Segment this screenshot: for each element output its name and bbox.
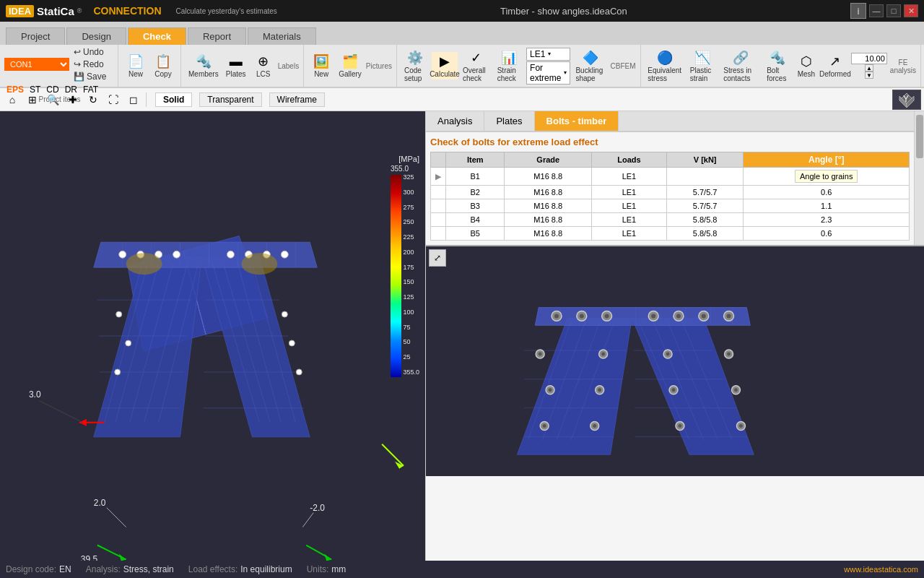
svg-marker-71 xyxy=(535,307,750,325)
cube-button[interactable]: ◻ xyxy=(124,90,143,109)
home-view-button[interactable]: ⌂ xyxy=(3,90,22,109)
le1-extreme-select[interactable]: For extreme ▾ xyxy=(526,61,570,85)
undo-button[interactable]: ↩ Undo xyxy=(71,46,109,58)
save-button[interactable]: 💾 Save xyxy=(71,71,109,82)
table-row: ▶ B1 M16 8.8 LE1 Angle to grains xyxy=(431,168,910,186)
extreme-dropdown-arrow: ▾ xyxy=(564,69,567,76)
expand-b1[interactable]: ▶ xyxy=(431,168,446,186)
members-button[interactable]: 🔩 Members xyxy=(186,52,222,79)
members-icon: 🔩 xyxy=(196,53,212,69)
undo-icon: ↩ xyxy=(74,47,81,57)
plastic-strain-button[interactable]: 📉 Plastic strain xyxy=(687,48,718,84)
mesh-icon: ⬡ xyxy=(801,53,812,69)
tab-materials[interactable]: Materials xyxy=(248,27,316,45)
strain-check-button[interactable]: 📊 Strain check xyxy=(494,48,524,84)
scrollbar-thumb[interactable] xyxy=(916,115,923,158)
bolts-title: Check of bolts for extreme load effect xyxy=(430,137,910,147)
website-link[interactable]: www.ideastatica.com xyxy=(844,565,918,574)
svg-point-53 xyxy=(289,340,295,346)
table-row: B5 M16 8.8 LE1 5.8/5.8 0.6 xyxy=(431,227,910,241)
logo-reg: ® xyxy=(77,7,82,14)
tab-design[interactable]: Design xyxy=(66,27,126,45)
fit-button[interactable]: ⛶ xyxy=(104,90,123,109)
code-setup-button[interactable]: ⚙️ Code setup xyxy=(401,48,430,84)
deformed-icon: ↗ xyxy=(829,53,840,69)
pan-button[interactable]: ✚ xyxy=(64,90,82,109)
b1-grade: M16 8.8 xyxy=(505,168,592,186)
3d-cube-widget[interactable]: Y xyxy=(892,90,921,110)
wireframe-mode-button[interactable]: Wireframe xyxy=(269,92,325,107)
plates-button[interactable]: ▬ Plates xyxy=(223,53,249,79)
b3-angle: 1.1 xyxy=(744,199,910,213)
table-scrollbar[interactable] xyxy=(914,111,924,245)
zoom-extents-button[interactable]: ⊞ xyxy=(23,90,42,109)
gallery-button[interactable]: 🗂️ Gallery xyxy=(336,52,365,79)
copy-button[interactable]: 📋 Copy xyxy=(150,52,176,79)
rotate-button[interactable]: ↻ xyxy=(84,90,103,109)
view-toolbar: ⌂ ⊞ 🔍 ✚ ↻ ⛶ ◻ Solid Transparent Wirefram… xyxy=(0,88,924,111)
transparent-mode-button[interactable]: Transparent xyxy=(199,92,261,107)
calculate-button[interactable]: ▶ Calculate xyxy=(432,52,458,79)
b3-grade: M16 8.8 xyxy=(505,199,592,213)
svg-point-54 xyxy=(296,369,302,375)
redo-button[interactable]: ↪ Redo xyxy=(71,59,109,70)
svg-point-56 xyxy=(241,253,277,275)
overall-check-button[interactable]: ✓ Overall check xyxy=(460,48,492,84)
grade-header: Grade xyxy=(505,152,592,168)
dim-395-left-label: 39.5 xyxy=(81,554,98,561)
stress-contacts-icon: 🔗 xyxy=(733,50,749,66)
svg-point-50 xyxy=(126,340,131,346)
b4-loads: LE1 xyxy=(592,213,667,227)
main-content: ✓ Analysis 100.0% ✓ Plates 0.0 < 5.0% Bu… xyxy=(0,111,924,561)
strain-check-icon: 📊 xyxy=(501,50,517,66)
mesh-button[interactable]: ⬡ Mesh xyxy=(793,52,819,79)
tab-report[interactable]: Report xyxy=(188,27,246,45)
minimize-button[interactable]: — xyxy=(869,4,884,17)
zoom-button[interactable]: 🔍 xyxy=(43,90,62,109)
design-code-item: Design code: EN xyxy=(6,564,71,574)
fe-value-down[interactable]: ▼ xyxy=(865,72,873,79)
stress-contacts-button[interactable]: 🔗 Stress in contacts xyxy=(720,48,761,84)
close-button[interactable]: ✕ xyxy=(904,4,918,17)
equivalent-stress-button[interactable]: 🔵 Equivalent stress xyxy=(645,48,684,84)
fe-value-up[interactable]: ▲ xyxy=(865,64,873,72)
units-item: Units: mm xyxy=(307,564,346,574)
tab-project[interactable]: Project xyxy=(6,27,65,45)
svg-point-103 xyxy=(651,314,655,318)
le1-select[interactable]: LE1 ▾ xyxy=(526,48,570,61)
svg-text:Y: Y xyxy=(903,94,909,104)
buckling-shape-button[interactable]: 🔷 Buckling shape xyxy=(572,48,608,84)
tab-analysis[interactable]: Analysis xyxy=(426,111,484,131)
tab-check[interactable]: Check xyxy=(128,27,186,45)
maximize-button[interactable]: □ xyxy=(886,4,901,17)
bolt-forces-button[interactable]: 🔩 Bolt forces xyxy=(764,48,790,84)
calculate-icon: ▶ xyxy=(440,53,450,69)
solid-mode-button[interactable]: Solid xyxy=(155,92,192,107)
expand-b5 xyxy=(431,227,446,241)
right-content-wrapper: Analysis Plates Bolts - timber Check of … xyxy=(426,111,924,245)
con-select[interactable]: CON1 xyxy=(4,58,69,71)
main-toolbar: CON1 ↩ Undo ↪ Redo 💾 Save EPS ST CD xyxy=(0,45,924,88)
svg-point-111 xyxy=(539,353,542,356)
expand-view-button[interactable]: ⤢ xyxy=(429,249,446,267)
view-separator-1 xyxy=(146,92,147,107)
lcs-button[interactable]: ⊕ LCS xyxy=(250,52,276,79)
tab-plates[interactable]: Plates xyxy=(484,111,534,131)
equiv-stress-icon: 🔵 xyxy=(657,50,673,66)
info-button[interactable]: i xyxy=(850,3,866,19)
deformed-button[interactable]: ↗ Deformed xyxy=(822,52,848,79)
b4-v: 5.8/5.8 xyxy=(666,213,744,227)
fe-value-input[interactable]: 10.00 xyxy=(851,53,887,64)
tab-bolts-timber[interactable]: Bolts - timber xyxy=(535,111,619,131)
svg-point-113 xyxy=(549,388,552,392)
pictures-new-button[interactable]: 🖼️ New xyxy=(308,52,334,79)
b1-item: B1 xyxy=(446,168,505,186)
b3-item: B3 xyxy=(446,199,505,213)
new-button[interactable]: 📄 New xyxy=(123,52,149,79)
b1-v xyxy=(666,168,744,186)
svg-point-45 xyxy=(227,251,234,258)
le1-dropdown-arrow: ▾ xyxy=(548,51,551,57)
svg-point-51 xyxy=(115,369,121,375)
logo-statica: StatiCa xyxy=(37,5,74,17)
right-content: Analysis Plates Bolts - timber Check of … xyxy=(426,111,914,245)
